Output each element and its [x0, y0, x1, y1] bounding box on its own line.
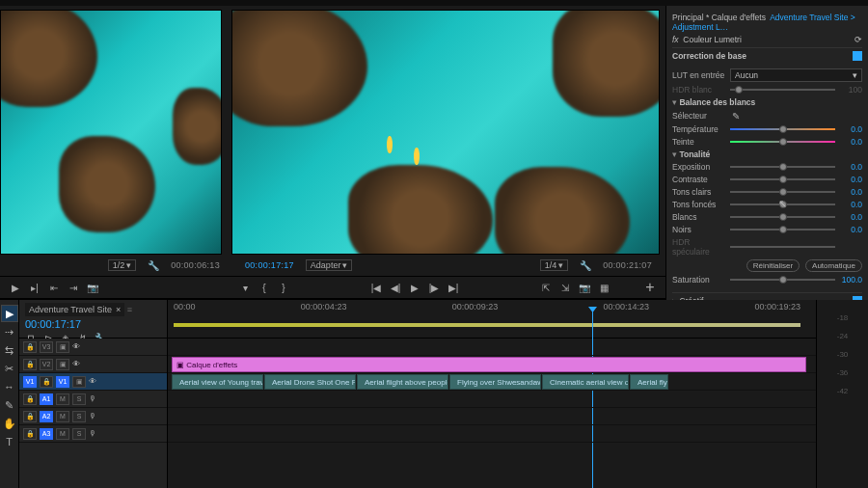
effect-name[interactable]: Couleur Lumetri — [683, 35, 741, 44]
track-lock-icon[interactable]: 🔒 — [23, 359, 37, 370]
mark-out-icon[interactable]: } — [278, 282, 289, 293]
contrast-slider[interactable] — [730, 178, 835, 180]
source-monitor[interactable] — [0, 10, 222, 255]
pen-tool-icon[interactable]: ✎ — [1, 396, 18, 414]
play-icon[interactable]: ▶ — [409, 282, 420, 293]
insert-icon[interactable]: ⇤ — [48, 282, 60, 293]
track-headers: 🔒V3▣👁 🔒V2▣👁 V1🔒V1▣👁 🔒A1MS🎙 🔒A2MS🎙 🔒A3MS🎙 — [19, 339, 168, 488]
track-lanes[interactable]: ▣ Calque d'effets Aerial view of Young t… — [168, 339, 816, 488]
go-out-icon[interactable]: ▶| — [448, 282, 459, 293]
type-tool-icon[interactable]: T — [1, 433, 18, 450]
lut-dropdown[interactable]: Aucun▾ — [730, 68, 862, 82]
tone-header[interactable]: Tonalité — [672, 149, 862, 159]
mark-in-icon[interactable]: { — [258, 282, 270, 293]
slip-tool-icon[interactable]: ↔ — [1, 378, 18, 395]
whites-slider[interactable] — [730, 216, 835, 218]
video-clip[interactable]: Aerial Drone Shot One Perso — [264, 374, 356, 390]
export-frame-icon[interactable]: 📷 — [579, 282, 590, 293]
go-in-icon[interactable]: |◀ — [370, 282, 382, 293]
add-button-icon[interactable]: + — [644, 282, 656, 293]
auto-button[interactable]: Automatique — [805, 259, 862, 272]
track-toggle[interactable]: V3 — [40, 341, 53, 353]
video-clip[interactable]: Flying over Shwesandaw Pa — [449, 374, 541, 390]
highlights-slider[interactable] — [730, 191, 835, 193]
eye-icon[interactable]: 👁 — [72, 360, 80, 368]
clip-path: Principal * Calque d'effets — [672, 13, 766, 22]
eye-icon[interactable]: 👁 — [89, 377, 96, 386]
source-out-timecode[interactable]: 00:00:06:13 — [171, 260, 220, 270]
track-toggle[interactable]: V2 — [40, 359, 53, 370]
basic-correction-header[interactable]: Correction de base — [672, 51, 746, 61]
tint-slider[interactable] — [730, 141, 835, 143]
video-clip[interactable]: Aerial flight above people h — [357, 374, 448, 390]
export-frame-icon[interactable]: 📷 — [87, 282, 98, 293]
track-lock-icon[interactable]: 🔒 — [23, 428, 37, 440]
eyedropper-icon[interactable]: ✎ — [730, 110, 742, 122]
step-back-icon[interactable]: ◀| — [390, 282, 401, 293]
sequence-tab[interactable]: Adventure Travel Site× — [25, 303, 124, 316]
track-select-tool-icon[interactable]: ⇢ — [1, 323, 18, 340]
program-preview — [232, 11, 659, 254]
white-balance-header[interactable]: Balance des blancs — [672, 97, 862, 107]
track-lock-icon[interactable]: 🔒 — [23, 393, 37, 405]
blacks-slider[interactable] — [730, 229, 835, 230]
wrench-icon[interactable]: 🔧 — [580, 259, 591, 271]
audio-meters: -18-24-30-36-42 — [816, 300, 868, 488]
track-lock-icon[interactable]: 🔒 — [23, 411, 37, 422]
voice-icon[interactable]: 🎙 — [89, 412, 96, 420]
track-lock-icon[interactable]: 🔒 — [40, 376, 53, 388]
step-fwd-icon[interactable]: |▶ — [428, 282, 440, 293]
timeline-panel: Adventure Travel Site× ≡ 00:00:17:17 ⊓ ⊳… — [19, 300, 816, 488]
ripple-tool-icon[interactable]: ⇆ — [1, 341, 18, 359]
video-clip[interactable]: Cinematic aerial view of c — [542, 374, 629, 390]
reset-button[interactable]: Réinitialiser — [746, 259, 800, 272]
selection-tool-icon[interactable]: ▶ — [1, 305, 18, 322]
lift-icon[interactable]: ⇱ — [540, 282, 552, 293]
source-info-bar: 1/2▾ 🔧 00:00:06:13 — [0, 255, 228, 276]
wrench-icon[interactable]: 🔧 — [148, 259, 159, 271]
playhead-timecode[interactable]: 00:00:17:17 — [25, 318, 161, 330]
step-icon[interactable]: ▸| — [29, 282, 41, 293]
track-toggle[interactable]: A1 — [40, 393, 53, 405]
add-marker-icon[interactable]: ▾ — [239, 282, 251, 293]
program-scale-dropdown[interactable]: 1/4▾ — [540, 259, 569, 271]
time-ruler[interactable]: 00:00 00:00:04:23 00:00:09:23 00:00:14:2… — [168, 300, 816, 338]
program-info-bar: 00:00:17:17 Adapter▾ 1/4▾ 🔧 00:00:21:07 — [237, 255, 660, 276]
track-toggle[interactable]: A3 — [40, 428, 53, 440]
video-clip[interactable]: Aerial fly — [630, 374, 668, 390]
voice-icon[interactable]: 🎙 — [89, 429, 96, 438]
program-monitor[interactable] — [231, 10, 660, 255]
source-scale-dropdown[interactable]: 1/2▾ — [108, 259, 137, 271]
basic-checkbox[interactable] — [853, 51, 862, 61]
safe-margins-icon[interactable]: ▦ — [598, 282, 610, 293]
video-clip[interactable]: Aerial view of Young travele — [172, 374, 263, 390]
temperature-slider[interactable] — [730, 128, 835, 130]
exposure-slider[interactable] — [730, 166, 835, 168]
track-toggle[interactable]: V1 — [56, 376, 69, 388]
play-icon[interactable]: ▶ — [10, 282, 21, 293]
source-preview — [1, 11, 221, 254]
track-lock-icon[interactable]: 🔒 — [23, 341, 37, 353]
hand-tool-icon[interactable]: ✋ — [1, 415, 18, 432]
program-fit-dropdown[interactable]: Adapter▾ — [306, 259, 353, 271]
voice-icon[interactable]: 🎙 — [89, 394, 96, 403]
track-toggle[interactable]: A2 — [40, 411, 53, 422]
saturation-slider[interactable] — [730, 279, 835, 281]
razor-tool-icon[interactable]: ✂ — [1, 360, 18, 377]
tool-palette: ▶ ⇢ ⇆ ✂ ↔ ✎ ✋ T — [0, 300, 19, 488]
eye-icon[interactable]: 👁 — [72, 342, 80, 351]
program-in-timecode[interactable]: 00:00:17:17 — [245, 260, 294, 270]
adjustment-layer-clip[interactable]: ▣ Calque d'effets — [172, 357, 806, 372]
extract-icon[interactable]: ⇲ — [559, 282, 571, 293]
close-icon[interactable]: × — [116, 305, 121, 314]
overwrite-icon[interactable]: ⇥ — [68, 282, 79, 293]
program-out-timecode[interactable]: 00:00:21:07 — [603, 260, 652, 270]
